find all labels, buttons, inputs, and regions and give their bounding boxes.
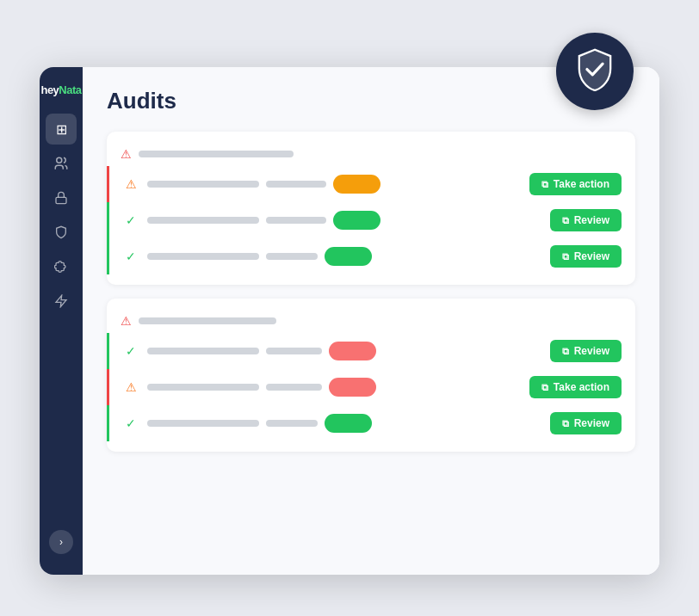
row-warn-icon: ⚠ xyxy=(123,177,139,191)
audit-row: ✓ ⧉ Review xyxy=(107,333,635,369)
row-bar-short xyxy=(266,420,318,427)
row-bar-long xyxy=(147,217,259,224)
review-button-4[interactable]: ⧉ Review xyxy=(550,412,622,434)
sidebar-item-users[interactable] xyxy=(46,148,77,179)
audit-card-2: ⚠ ✓ ⧉ Review xyxy=(107,299,635,452)
audit-card-1: ⚠ ⚠ ⧉ Take action xyxy=(107,132,635,285)
row-action: ⧉ Review xyxy=(550,209,622,231)
row-warn-icon: ⚠ xyxy=(123,380,139,394)
take-action-button-2[interactable]: ⧉ Take action xyxy=(529,376,622,398)
outer-wrapper: heyNata ⊞ › Audits xyxy=(40,41,659,575)
copy-icon: ⧉ xyxy=(562,215,569,226)
review-button-3[interactable]: ⧉ Review xyxy=(550,340,622,362)
row-bars xyxy=(147,247,541,266)
card2-header-bar xyxy=(139,317,276,324)
row-bar-long xyxy=(147,348,259,354)
row-bar-short xyxy=(266,384,322,391)
card1-warn-icon: ⚠ xyxy=(121,147,132,161)
copy-icon: ⧉ xyxy=(541,382,548,393)
row-bar-short xyxy=(266,348,322,354)
sidebar-item-lock[interactable] xyxy=(46,182,77,213)
audit-row: ✓ ⧉ Review xyxy=(107,238,635,274)
row-tag-green xyxy=(325,247,372,266)
sidebar-expand-button[interactable]: › xyxy=(49,530,73,554)
row-ok-icon: ✓ xyxy=(123,344,139,358)
row-tag-red xyxy=(329,378,376,397)
row-ok-icon: ✓ xyxy=(123,249,139,263)
svg-marker-2 xyxy=(56,296,66,307)
row-bars xyxy=(147,342,541,360)
row-bars xyxy=(147,414,541,433)
card2-header-row: ⚠ xyxy=(107,309,635,333)
row-action: ⧉ Take action xyxy=(529,376,622,398)
take-action-button-1[interactable]: ⧉ Take action xyxy=(529,173,622,195)
sidebar-item-puzzle[interactable] xyxy=(46,251,77,282)
card1-header-bar xyxy=(139,151,294,157)
review-button-2[interactable]: ⧉ Review xyxy=(550,245,622,268)
row-tag-green xyxy=(325,414,372,433)
main-content: Audits ⚠ ⚠ xyxy=(83,67,659,575)
row-bar-long xyxy=(147,181,259,188)
sidebar: heyNata ⊞ › xyxy=(40,67,83,575)
app-window: heyNata ⊞ › Audits xyxy=(40,67,659,575)
row-bars xyxy=(147,378,521,397)
row-tag-red xyxy=(329,342,376,360)
card2-warn-icon: ⚠ xyxy=(121,314,132,328)
sidebar-item-shield[interactable] xyxy=(46,217,77,248)
copy-icon: ⧉ xyxy=(562,251,569,262)
row-action: ⧉ Review xyxy=(550,340,622,362)
app-logo: heyNata xyxy=(40,77,85,110)
card1-header-row: ⚠ xyxy=(107,142,635,166)
svg-rect-1 xyxy=(56,198,66,204)
row-bar-short xyxy=(266,253,318,260)
copy-icon: ⧉ xyxy=(562,346,569,357)
row-bars xyxy=(147,211,541,230)
row-action: ⧉ Take action xyxy=(529,173,622,195)
row-bar-long xyxy=(147,384,259,391)
row-bar-short xyxy=(266,217,326,224)
shield-icon xyxy=(573,48,616,95)
audit-row: ✓ ⧉ Review xyxy=(107,405,635,441)
audit-row: ⚠ ⧉ Take action xyxy=(107,166,635,202)
row-bar-short xyxy=(266,181,326,188)
row-bar-long xyxy=(147,253,259,260)
row-tag-yellow xyxy=(333,175,380,194)
row-ok-icon: ✓ xyxy=(123,416,139,430)
row-bars xyxy=(147,175,521,194)
sidebar-item-grid[interactable]: ⊞ xyxy=(46,114,77,145)
copy-icon: ⧉ xyxy=(562,418,569,429)
row-bar-long xyxy=(147,420,259,427)
sidebar-item-bolt[interactable] xyxy=(46,286,77,317)
review-button-1[interactable]: ⧉ Review xyxy=(550,209,622,231)
row-ok-icon: ✓ xyxy=(123,213,139,227)
audit-row: ✓ ⧉ Review xyxy=(107,202,635,238)
row-tag-green xyxy=(333,211,380,230)
shield-badge xyxy=(556,33,634,110)
page-title: Audits xyxy=(107,88,635,114)
row-action: ⧉ Review xyxy=(550,245,622,268)
row-action: ⧉ Review xyxy=(550,412,622,434)
svg-point-0 xyxy=(57,158,62,163)
copy-icon: ⧉ xyxy=(541,179,548,190)
audit-row: ⚠ ⧉ Take action xyxy=(107,369,635,405)
